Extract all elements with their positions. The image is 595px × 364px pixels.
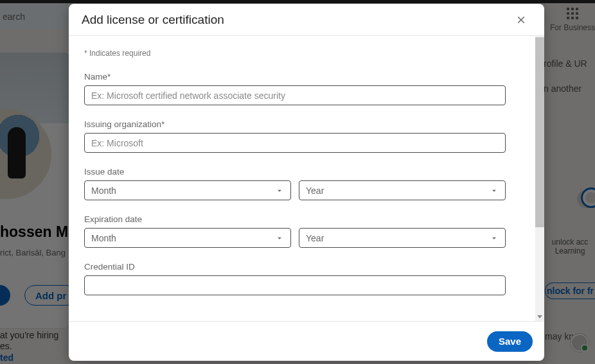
modal-footer: Save [69,321,544,361]
chevron-down-icon [275,186,284,195]
modal-scrollbar[interactable] [535,36,544,321]
close-icon [515,14,527,26]
name-label: Name* [84,72,529,82]
org-label: Issuing organization* [84,119,529,129]
required-note: * Indicates required [84,49,529,58]
issue-month-select[interactable]: Month [84,180,291,200]
field-org: Issuing organization* [84,119,529,153]
issue-year-select[interactable]: Year [299,180,506,200]
issue-month-value: Month [91,186,116,196]
exp-date-label: Expiration date [84,214,529,224]
chevron-down-icon [490,186,499,195]
close-button[interactable] [511,10,531,30]
field-name: Name* [84,72,529,105]
add-certification-modal: Add license or certification * Indicates… [69,4,544,361]
scroll-down-icon[interactable] [537,315,542,318]
exp-year-value: Year [306,233,324,243]
save-button[interactable]: Save [487,331,533,352]
issue-year-value: Year [306,186,324,196]
modal-title: Add license or certification [82,13,224,27]
chevron-down-icon [275,234,284,243]
modal-body[interactable]: * Indicates required Name* Issuing organ… [69,36,544,321]
name-input[interactable] [84,85,506,105]
issue-date-label: Issue date [84,167,529,177]
field-credential-id: Credential ID [84,262,529,295]
credential-id-input[interactable] [84,275,506,295]
field-exp-date: Expiration date Month Year [84,214,529,248]
exp-year-select[interactable]: Year [299,228,506,248]
field-issue-date: Issue date Month Year [84,167,529,200]
scrollbar-thumb[interactable] [535,37,544,227]
credential-id-label: Credential ID [84,262,529,272]
exp-month-value: Month [91,233,116,243]
chevron-down-icon [490,234,499,243]
org-input[interactable] [84,133,506,153]
exp-month-select[interactable]: Month [84,228,291,248]
modal-header: Add license or certification [69,4,544,36]
